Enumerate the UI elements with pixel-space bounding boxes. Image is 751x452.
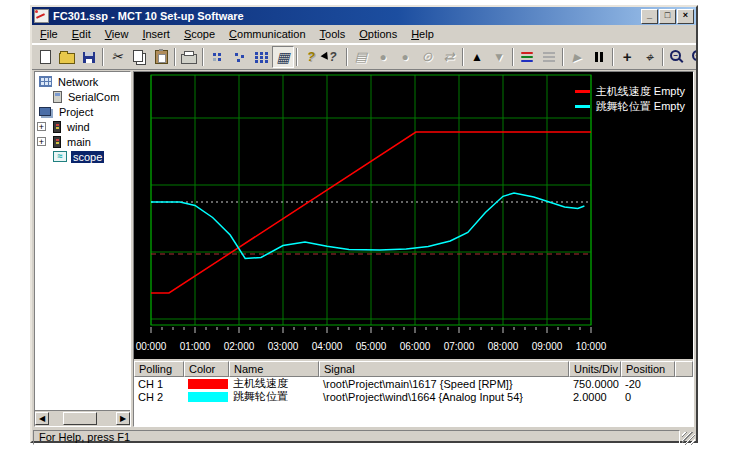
menu-help[interactable]: Help: [404, 26, 441, 42]
save-icon: [83, 52, 95, 63]
title-bar[interactable]: FC301.ssp - MCT 10 Set-up Software _ □ ×: [32, 7, 696, 25]
print-button[interactable]: [178, 46, 200, 68]
help-button[interactable]: [300, 46, 322, 68]
scope-lines-button[interactable]: [538, 46, 560, 68]
legend-swatch: [575, 90, 590, 93]
menu-file[interactable]: File: [33, 26, 65, 42]
menu-view[interactable]: View: [98, 26, 136, 42]
paste-button[interactable]: [150, 46, 172, 68]
save-button[interactable]: [78, 46, 100, 68]
new-button[interactable]: [34, 46, 56, 68]
resize-grip[interactable]: [682, 432, 695, 445]
move-up-button[interactable]: [466, 46, 488, 68]
close-button[interactable]: ×: [677, 9, 694, 24]
toolbar-separator: [562, 48, 564, 66]
scroll-thumb[interactable]: [63, 412, 97, 425]
channel-table-body: CH 1主机线速度\root\Project\main\1617 {Speed …: [134, 377, 693, 403]
menu-edit[interactable]: Edit: [65, 26, 98, 42]
drive-icon: [53, 136, 61, 148]
tree-item-project[interactable]: Project: [35, 104, 130, 119]
column-header-color[interactable]: Color: [184, 361, 229, 377]
read-drive-button[interactable]: [350, 46, 372, 68]
compare-button[interactable]: [438, 46, 460, 68]
tree-item-scope[interactable]: scope: [35, 149, 130, 164]
compare-icon: [444, 51, 455, 63]
write-drive-button[interactable]: [416, 46, 438, 68]
toolbar-separator: [102, 48, 104, 66]
toolbar-separator: [174, 48, 176, 66]
toolbar-separator: [202, 48, 204, 66]
maximize-button[interactable]: □: [659, 9, 676, 24]
serial-icon: [53, 91, 62, 103]
menu-tools[interactable]: Tools: [313, 26, 353, 42]
x-tick-label: 07:000: [444, 341, 475, 352]
legend-label: 跳舞轮位置 Empty: [596, 99, 685, 114]
cut-button[interactable]: [106, 46, 128, 68]
copy-button[interactable]: [128, 46, 150, 68]
menu-insert[interactable]: Insert: [135, 26, 177, 42]
table-row[interactable]: CH 1主机线速度\root\Project\main\1617 {Speed …: [134, 377, 693, 390]
scope-waves-icon: [521, 52, 533, 54]
play-button[interactable]: [566, 46, 588, 68]
signal-cell: \root\Project\wind\1664 {Analog Input 54…: [319, 391, 569, 403]
view-list-button[interactable]: [250, 46, 272, 68]
menu-bar: FileEditViewInsertScopeCommunicationTool…: [32, 25, 696, 44]
column-header-position[interactable]: Position: [621, 361, 675, 377]
play-icon: [573, 51, 581, 63]
toolbar-separator: [346, 48, 348, 66]
column-header-polling[interactable]: Polling: [134, 361, 184, 377]
toolbar-separator: [512, 48, 514, 66]
scroll-left-button[interactable]: ◀: [35, 412, 49, 425]
tree-expander[interactable]: +: [37, 122, 46, 131]
legend-item-1: 跳舞轮位置 Empty: [575, 99, 685, 114]
stop-button[interactable]: [372, 46, 394, 68]
column-header-name[interactable]: Name: [229, 361, 319, 377]
menu-communication[interactable]: Communication: [222, 26, 312, 42]
cursor-move-icon: [623, 51, 632, 64]
column-header-signal[interactable]: Signal: [319, 361, 569, 377]
zoom-out-button[interactable]: [666, 46, 688, 68]
tree-expander[interactable]: +: [37, 137, 46, 146]
menu-options[interactable]: Options: [352, 26, 404, 42]
move-down-icon: [493, 51, 505, 63]
menu-scope[interactable]: Scope: [177, 26, 222, 42]
pause-button[interactable]: [588, 46, 610, 68]
scroll-right-button[interactable]: ▶: [116, 412, 130, 425]
app-icon: [34, 9, 49, 23]
tree-item-label: wind: [65, 121, 92, 133]
tree-item-label: scope: [71, 151, 104, 163]
write-drive-icon: [422, 51, 433, 63]
zoom-in-button[interactable]: [688, 46, 696, 68]
cursor-move-button[interactable]: [616, 46, 638, 68]
open-button[interactable]: [56, 46, 78, 68]
view-table-button[interactable]: [272, 46, 294, 68]
tree-horizontal-scrollbar[interactable]: ◀ ▶: [35, 410, 130, 426]
tree-item-wind[interactable]: +wind: [35, 119, 130, 134]
copy-icon: [133, 50, 143, 62]
table-row[interactable]: CH 2跳舞轮位置\root\Project\wind\1664 {Analog…: [134, 390, 693, 403]
color-cell: [184, 392, 229, 402]
move-down-button[interactable]: [488, 46, 510, 68]
minimize-button[interactable]: _: [641, 9, 658, 24]
view-scatter-button[interactable]: [228, 46, 250, 68]
view-table-icon: [276, 51, 289, 64]
cursor-track-button[interactable]: [638, 46, 660, 68]
x-tick-label: 04:000: [312, 341, 343, 352]
stop-icon: [379, 51, 386, 63]
scope-waves-button[interactable]: [516, 46, 538, 68]
tree-item-network[interactable]: Network: [35, 74, 130, 89]
record-button[interactable]: [394, 46, 416, 68]
main-content: NetworkSerialComProject+wind+mainscope ◀…: [32, 70, 696, 428]
read-drive-icon: [355, 51, 367, 63]
toolbar: [32, 44, 696, 70]
paste-icon: [155, 50, 168, 64]
context-help-button[interactable]: [322, 46, 344, 68]
tree-item-label: SerialCom: [66, 91, 121, 103]
tree-item-serialcom[interactable]: SerialCom: [35, 89, 130, 104]
tree-item-label: Network: [56, 76, 100, 88]
view-ids-button[interactable]: [206, 46, 228, 68]
app-window: FC301.ssp - MCT 10 Set-up Software _ □ ×…: [30, 5, 698, 443]
column-header-unitsdiv[interactable]: Units/Div: [569, 361, 621, 377]
scope-plot-area: 00:00001:00002:00003:00004:00005:00006:0…: [134, 72, 693, 359]
tree-item-main[interactable]: +main: [35, 134, 130, 149]
